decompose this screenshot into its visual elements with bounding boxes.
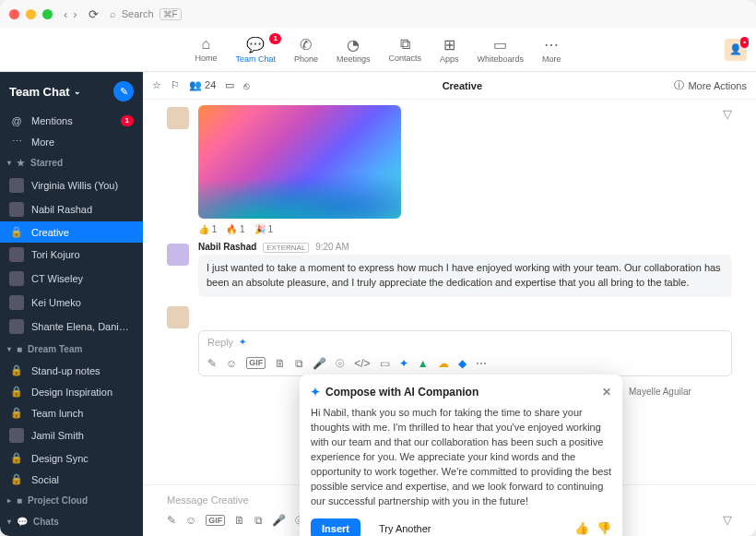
- sidebar-item-label: Tori Kojuro: [31, 249, 80, 260]
- sidebar-item[interactable]: Jamil Smith: [0, 423, 143, 447]
- sidebar-item[interactable]: Kei Umeko: [0, 291, 143, 315]
- star-icon[interactable]: ☆: [152, 79, 161, 91]
- profile-avatar[interactable]: 👤•: [725, 39, 747, 61]
- more-actions-button[interactable]: More Actions: [688, 80, 747, 91]
- video-icon[interactable]: ⦾: [336, 357, 345, 370]
- reply-input[interactable]: Reply ✦: [199, 331, 731, 353]
- sidebar-item[interactable]: Brainstorming: [0, 532, 143, 536]
- topnav-meetings[interactable]: ◔Meetings: [337, 36, 371, 64]
- cloud-icon[interactable]: ☁: [438, 357, 449, 370]
- channel-header: ☆ ⚐ 👥 24 ▭ ⎋ Creative ⓘ More Actions: [143, 72, 756, 100]
- link-icon[interactable]: ⎋: [243, 80, 250, 91]
- screen-icon[interactable]: ▭: [380, 357, 390, 370]
- topnav-phone[interactable]: ✆Phone: [294, 36, 318, 64]
- filter-icon[interactable]: ▽: [723, 513, 732, 527]
- ai-spark-icon[interactable]: ✦: [239, 337, 246, 347]
- gif-icon[interactable]: GIF: [206, 515, 225, 526]
- sidebar-more[interactable]: ⋯ More: [0, 131, 143, 152]
- sidebar-item-label: CT Wiseley: [31, 273, 83, 284]
- minimize-icon[interactable]: [26, 9, 36, 19]
- topnav-team-chat[interactable]: 💬Team Chat1: [235, 36, 276, 64]
- sidebar-item[interactable]: Virginia Willis (You): [0, 173, 143, 197]
- audio-icon[interactable]: 🎤: [313, 357, 326, 370]
- author-name[interactable]: Nabil Rashad: [198, 242, 256, 252]
- screenshot-icon[interactable]: ⧉: [254, 514, 263, 527]
- screenshot-icon[interactable]: ⧉: [295, 357, 303, 370]
- file-icon[interactable]: 🗎: [234, 514, 245, 527]
- sidebar-item[interactable]: 🔒Creative: [0, 221, 143, 243]
- app-icon[interactable]: ◆: [458, 357, 467, 370]
- members-icon[interactable]: 👥 24: [189, 79, 216, 91]
- thumbs-down-icon[interactable]: 👎: [597, 521, 611, 535]
- close-icon[interactable]: ✕: [602, 386, 611, 399]
- topnav-more[interactable]: ⋯More: [542, 36, 561, 64]
- sidebar-item[interactable]: CT Wiseley: [0, 267, 143, 291]
- history-nav: ‹ ›: [64, 7, 77, 21]
- avatar: [9, 295, 24, 310]
- global-search[interactable]: ⌕ Search ⌘F: [110, 8, 182, 20]
- audio-icon[interactable]: 🎤: [272, 514, 286, 527]
- topnav-contacts[interactable]: ⧉Contacts: [389, 36, 422, 64]
- team chat-icon: 💬: [246, 36, 265, 54]
- sidebar-item-label: Design Sync: [31, 453, 89, 464]
- avatar[interactable]: [167, 244, 189, 266]
- search-label: Search: [122, 8, 154, 19]
- avatar[interactable]: [167, 107, 189, 129]
- sidebar-section-dream-team[interactable]: ▾■Dream Team: [0, 339, 143, 360]
- sidebar-item[interactable]: 🔒Social: [0, 469, 143, 490]
- sidebar-item[interactable]: Tori Kojuro: [0, 243, 143, 267]
- insert-button[interactable]: Insert: [311, 518, 360, 536]
- sidebar-item[interactable]: Nabil Rashad: [0, 197, 143, 221]
- whiteboards-icon: ▭: [493, 36, 507, 54]
- sidebar-item[interactable]: 🔒Stand-up notes: [0, 360, 143, 381]
- topnav-home[interactable]: ⌂Home: [195, 36, 217, 64]
- reaction[interactable]: 🔥 1: [226, 224, 244, 234]
- lock-icon: 🔒: [9, 473, 24, 485]
- emoji-icon[interactable]: ☺: [226, 357, 237, 370]
- sidebar-item[interactable]: 🔒Team lunch: [0, 402, 143, 423]
- sidebar-item[interactable]: 🔒Design Inspiration: [0, 381, 143, 402]
- avatar: [9, 178, 24, 193]
- format-icon[interactable]: ✎: [167, 514, 176, 527]
- lock-icon: 🔒: [9, 407, 24, 419]
- reaction[interactable]: 🎉 1: [254, 224, 273, 234]
- sidebar-item-label: Nabil Rashad: [31, 204, 92, 215]
- file-icon[interactable]: 🗎: [275, 357, 286, 370]
- reaction[interactable]: 👍 1: [198, 224, 217, 234]
- format-icon[interactable]: ✎: [207, 357, 217, 370]
- sidebar-item[interactable]: Shante Elena, Daniel Bow…: [0, 315, 143, 339]
- sidebar-section-chats[interactable]: ▾💬Chats: [0, 511, 143, 532]
- lock-icon: 🔒: [9, 364, 24, 376]
- filter-icon[interactable]: ▽: [723, 107, 732, 121]
- fullscreen-icon[interactable]: [42, 9, 53, 19]
- sidebar-section-project-cloud[interactable]: ▸■Project Cloud: [0, 490, 143, 511]
- caret-icon: ▸: [7, 496, 11, 505]
- sidebar-item-label: Creative: [31, 227, 69, 238]
- drive-icon[interactable]: ▲: [418, 357, 429, 370]
- more-icon[interactable]: ⋯: [476, 357, 487, 370]
- try-another-button[interactable]: Try Another: [368, 518, 442, 536]
- ai-icon[interactable]: ✦: [399, 357, 408, 370]
- topnav-whiteboards[interactable]: ▭Whiteboards: [478, 36, 525, 64]
- topnav-apps[interactable]: ⊞Apps: [440, 36, 459, 64]
- refresh-icon[interactable]: ⟳: [89, 7, 99, 21]
- pin-icon[interactable]: ⚐: [171, 79, 180, 91]
- info-icon[interactable]: ⓘ: [674, 78, 684, 92]
- spark-icon: ✦: [311, 386, 320, 399]
- close-icon[interactable]: [9, 9, 19, 19]
- sidebar-mentions[interactable]: @ Mentions 1: [0, 111, 143, 131]
- video-icon[interactable]: ▭: [225, 79, 234, 91]
- sidebar-item[interactable]: 🔒Design Sync: [0, 447, 143, 469]
- more-icon: ⋯: [544, 36, 559, 54]
- gif-icon[interactable]: GIF: [246, 357, 266, 369]
- thumbs-up-icon[interactable]: 👍: [574, 521, 589, 535]
- forward-icon[interactable]: ›: [73, 7, 77, 21]
- sidebar-title[interactable]: Team Chat ⌄: [9, 85, 81, 99]
- avatar[interactable]: [167, 306, 189, 328]
- image-attachment[interactable]: [198, 105, 401, 219]
- back-icon[interactable]: ‹: [64, 7, 67, 21]
- sidebar-section-starred[interactable]: ▾★Starred: [0, 152, 143, 173]
- emoji-icon[interactable]: ☺: [185, 514, 196, 527]
- new-message-button[interactable]: ✎: [113, 81, 134, 101]
- code-icon[interactable]: </>: [354, 357, 370, 370]
